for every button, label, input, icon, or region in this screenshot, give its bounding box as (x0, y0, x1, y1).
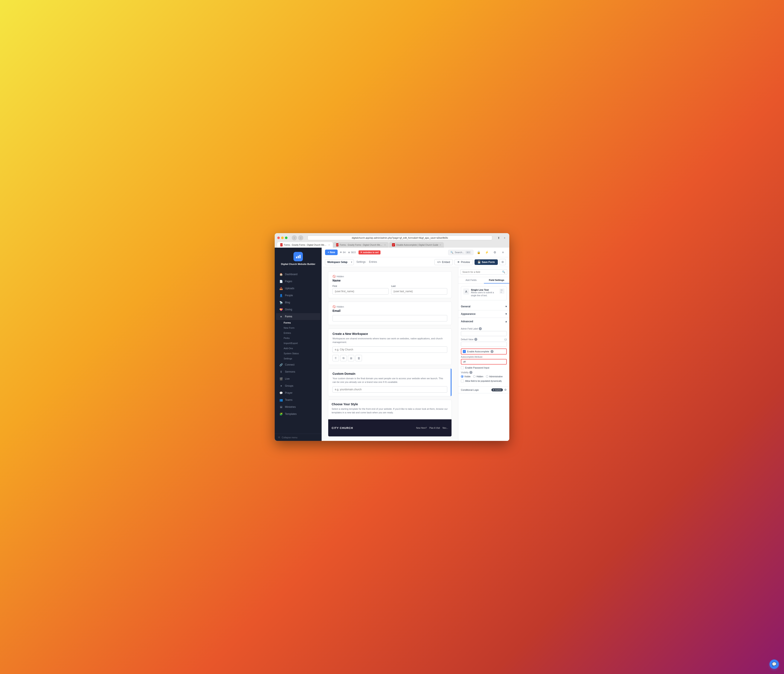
sidebar-sub-import-export[interactable]: Import/Export (275, 341, 322, 346)
close-button[interactable] (277, 237, 280, 239)
menu-icon-btn[interactable]: ≡ (500, 249, 506, 255)
appearance-section-header[interactable]: Appearance ▾ (458, 310, 509, 318)
visibility-hidden[interactable]: Hidden (473, 375, 483, 378)
sidebar-item-templates[interactable]: 🧩 Templates (276, 411, 320, 417)
field-type-desc: Allows users to submit a single line of … (471, 291, 498, 297)
merge-tag-icon[interactable]: {;} (505, 338, 507, 341)
sidebar-item-blog[interactable]: 📡 Blog (276, 299, 320, 306)
visibility-help-icon[interactable]: ? (470, 371, 472, 374)
autocomplete-checkbox[interactable]: ✓ (463, 350, 466, 353)
password-checkbox[interactable] (461, 366, 464, 369)
sidebar-item-pages[interactable]: 📄 Pages (276, 278, 320, 285)
embed-button[interactable]: </> Embed (434, 259, 453, 265)
sidebar-item-uploads[interactable]: 📤 Uploads (276, 285, 320, 292)
style-nav-item-1: New Here? (416, 427, 427, 429)
sidebar-item-groups[interactable]: ✦ Groups (276, 383, 320, 389)
general-section-header[interactable]: General ▾ (458, 303, 509, 310)
security-icon-btn[interactable]: 🔒 (476, 249, 482, 255)
sidebar-item-label-templates: Templates (285, 412, 297, 416)
sidebar-sub-new-form[interactable]: New Form (275, 325, 322, 330)
field-type-name: Single Line Text (471, 289, 498, 291)
sidebar-sub-system-status[interactable]: System Status (275, 351, 322, 356)
sidebar-sub-forms[interactable]: Forms (275, 320, 322, 325)
sidebar-sub-entries[interactable]: Entries (275, 330, 322, 336)
sidebar-item-live[interactable]: 🎬 Live (276, 375, 320, 382)
sidebar-sub-perks[interactable]: Perks (275, 336, 322, 341)
new-button[interactable]: + New (325, 249, 338, 255)
toolbar-meta: 👁 84 ⊕ SEO ✕ noindex is on! (340, 251, 381, 254)
gear-icon-btn[interactable]: ⚙ (492, 249, 498, 255)
admin-help-icon[interactable]: ? (479, 327, 482, 330)
tab-add-fields[interactable]: Add Fields (458, 277, 484, 283)
address-bar[interactable]: digitalchurch.app/wp-admin/admin.php?pag… (308, 235, 492, 240)
collapse-icon: ⊙ (278, 436, 280, 439)
duplicate-btn[interactable]: ⧉ (340, 355, 347, 361)
sidebar-sub-add-ons[interactable]: Add-Ons (275, 346, 322, 351)
form-nav-settings[interactable]: Settings (356, 260, 366, 265)
save-form-button[interactable]: 💾 Save Form (474, 259, 498, 265)
field-type-icon: A (463, 289, 469, 294)
tab-close-2[interactable]: × (384, 244, 386, 246)
radio-empty-admin-icon (486, 375, 488, 378)
visibility-visible[interactable]: Visible (461, 375, 470, 378)
tab-field-settings[interactable]: Field Settings (484, 277, 510, 283)
browser-tab-3[interactable]: GF Disable Autocomplete | Digital Church… (389, 242, 444, 247)
autocomplete-attribute-input[interactable] (461, 359, 507, 364)
form-nav-entries[interactable]: Entries (369, 260, 377, 265)
workspace-select[interactable]: Workspace Setup (325, 259, 354, 265)
visibility-administrative[interactable]: Administrative (486, 375, 503, 378)
sidebar-item-teams[interactable]: 👥 Teams (276, 397, 320, 403)
drag-handle-btn[interactable]: ⠿ (333, 355, 339, 361)
domain-input[interactable] (333, 386, 447, 393)
lightning-icon-btn[interactable]: ⚡ (484, 249, 490, 255)
last-name-input[interactable] (391, 288, 447, 294)
advanced-section: Advanced ▴ Admin Field Label ? (458, 318, 509, 386)
minimize-button[interactable] (281, 237, 284, 239)
sidebar-item-forms[interactable]: ≡ Forms (276, 313, 320, 320)
appearance-chevron-icon: ▾ (506, 313, 507, 316)
delete-field-btn[interactable]: 🗑 (356, 355, 362, 361)
sidebar-item-sermons[interactable]: 🎙 Sermons (276, 368, 320, 375)
share-button[interactable]: ⬆ (496, 236, 501, 240)
email-input[interactable] (333, 315, 447, 321)
sidebar-item-people[interactable]: 👤 People (276, 292, 320, 299)
entries-count: 👁 84 (340, 251, 345, 254)
sidebar-item-connect[interactable]: 🔗 Connect (276, 361, 320, 368)
default-value-input[interactable] (461, 342, 507, 347)
admin-field-label-input[interactable] (461, 331, 507, 336)
conditional-settings-icon[interactable]: ⚙ (504, 388, 507, 391)
seo-item: ⊕ SEO (348, 251, 356, 254)
advanced-section-header[interactable]: Advanced ▴ (458, 318, 509, 325)
sidebar-sub-settings[interactable]: Settings (275, 356, 322, 361)
sidebar-item-giving[interactable]: 💝 Giving (276, 306, 320, 313)
forward-button[interactable]: › (298, 235, 303, 240)
tab-close-1[interactable]: × (328, 244, 330, 246)
dynamic-checkbox[interactable] (461, 380, 464, 383)
email-field-section: 🚫 Hidden Email (328, 302, 452, 325)
field-actions: ⠿ ⧉ ⊞ 🗑 (333, 355, 447, 361)
sidebar-item-label-teams: Teams (285, 398, 292, 402)
workspace-name-input[interactable] (333, 346, 447, 353)
browser-tab-2[interactable]: GF Forms - Gravity Forms › Digital Churc… (333, 242, 389, 247)
browser-tab-1[interactable]: GF Forms - Gravity Forms › Digital Churc… (277, 242, 333, 247)
tab-close-3[interactable]: × (440, 244, 441, 246)
first-name-input[interactable] (333, 288, 389, 294)
default-value-help-icon[interactable]: ? (474, 338, 477, 341)
back-button[interactable]: ‹ (292, 235, 297, 240)
autocomplete-help-icon[interactable]: ? (490, 350, 493, 353)
dashboard-icon: 🏠 (279, 272, 283, 276)
collapse-menu-button[interactable]: ⊙ Collapse menu (275, 434, 322, 441)
toolbar-search[interactable]: 🔍 Search... ⌘K (448, 250, 473, 255)
visibility-visible-label: Visible (464, 375, 470, 378)
sidebar-item-ministries[interactable]: 🏛 Ministries (276, 403, 320, 410)
settings-field-btn[interactable]: ⊞ (348, 355, 354, 361)
preview-button[interactable]: 👁 Preview (454, 259, 473, 265)
form-settings-button[interactable]: ⚙ (499, 259, 506, 265)
panel-search-input[interactable] (462, 271, 501, 273)
sidebar-item-prayer[interactable]: 💬 Prayer (276, 389, 320, 396)
maximize-button[interactable] (285, 237, 288, 239)
chat-bubble[interactable]: 💬 (770, 660, 779, 669)
sidebar-item-dashboard[interactable]: 🏠 Dashboard (276, 271, 320, 278)
general-chevron-icon: ▾ (506, 305, 507, 308)
new-tab-button[interactable]: + (502, 236, 507, 240)
